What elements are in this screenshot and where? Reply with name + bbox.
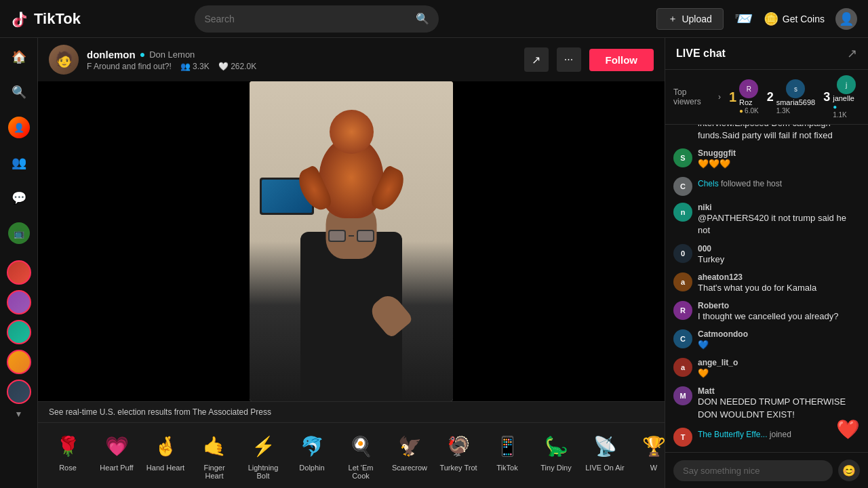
msg-content: Catmoondoo 💙	[698, 329, 860, 351]
top-viewers-label: Top viewers ›	[673, 87, 721, 106]
gift-item[interactable]: 🍳 Let 'Em Cook	[336, 428, 385, 483]
coins-button[interactable]: 🪙 Get Coins	[764, 12, 825, 26]
streamer-info: donlemon ● Don Lemon F Around and find o…	[87, 49, 516, 71]
share-button[interactable]: ↗	[524, 47, 549, 72]
msg-text: 🧡	[698, 367, 860, 380]
sidebar-explore[interactable]: 🔍	[8, 81, 30, 103]
streamer-display-name: Don Lemon	[149, 49, 195, 60]
gift-item[interactable]: 💗 Heart Puff	[92, 428, 141, 483]
search-bar[interactable]: 🔍	[195, 5, 439, 33]
gift-item[interactable]: 🤙 Finger Heart	[190, 428, 239, 483]
sidebar-live[interactable]: 📺	[8, 222, 30, 244]
msg-username: 000	[698, 244, 860, 253]
left-sidebar: 🏠 🔍 👤 👥 💬 📺 ▼	[0, 38, 38, 488]
search-input[interactable]	[204, 14, 410, 24]
sidebar-messages[interactable]: 💬	[8, 187, 30, 209]
gift-item[interactable]: 🦅 Scarecrow	[385, 428, 434, 483]
live-avatar-3[interactable]	[7, 320, 31, 344]
coin-icon: 🪙	[764, 12, 778, 26]
heart-reaction-button[interactable]: ❤️	[836, 418, 860, 441]
plus-icon: ＋	[668, 13, 677, 25]
live-avatar-5[interactable]	[7, 380, 31, 404]
viewer-avatar-3: j	[837, 75, 856, 94]
expand-icon[interactable]: ↗	[847, 46, 857, 61]
viewer-avatar-2: s	[786, 79, 805, 98]
live-avatar-2[interactable]	[7, 290, 31, 314]
user-avatar[interactable]: 👤	[835, 8, 857, 30]
viewer-info-1: Roz ●6.0K	[739, 98, 759, 115]
follow-button[interactable]: Follow	[589, 49, 654, 71]
chat-header: LIVE chat ↗	[665, 38, 868, 70]
msg-content: Matt DON NEEDED TRUMP OTHERWISE DON WOUL…	[698, 386, 860, 420]
upload-button[interactable]: ＋ Upload	[656, 8, 723, 30]
gift-label: Turkey Trot	[439, 464, 477, 472]
rank-number-3: 3	[823, 90, 830, 104]
gift-item[interactable]: 🏆 W	[629, 428, 665, 483]
gift-icon: 🍳	[346, 431, 376, 461]
follow-notification: The Butterfly Effe... joined	[698, 430, 791, 439]
gift-label: Lightning Bolt	[243, 464, 283, 480]
viewer-entry-3: j janelle ● 1.1K	[833, 75, 860, 119]
main-content: 🏠 🔍 👤 👥 💬 📺 ▼ 🧑	[0, 38, 868, 488]
gift-label: Hand Heart	[146, 464, 184, 472]
gift-label: W	[650, 464, 657, 472]
msg-avatar: R	[673, 301, 692, 320]
gift-item[interactable]: 🦃 Turkey Trot	[434, 428, 483, 483]
gift-item[interactable]: 🤞 Hand Heart	[141, 428, 190, 483]
msg-username: Catmoondoo	[698, 329, 860, 339]
msg-text: DON NEEDED TRUMP OTHERWISE DON WOULDNT E…	[698, 396, 860, 420]
gift-item[interactable]: 🦕 Tiny Diny	[532, 428, 580, 483]
nav-right: ＋ Upload 📨 🪙 Get Coins 👤	[656, 8, 857, 30]
live-avatar-1[interactable]	[7, 260, 31, 285]
viewer-rank-2: 2 s smaria5698 1.3K	[767, 79, 816, 115]
msg-content: Chels followed the host	[698, 177, 860, 196]
news-ticker: See real-time U.S. election results from…	[38, 401, 665, 422]
live-avatar-4[interactable]	[7, 350, 31, 374]
right-chat-panel: LIVE chat ↗ Top viewers › 1 R Roz ●6.0K	[665, 38, 868, 488]
chat-input[interactable]	[673, 460, 833, 481]
gift-items-list: 🌹 Rose 💗 Heart Puff 🤞 Hand Heart 🤙 Finge…	[38, 428, 665, 483]
tiktok-logo[interactable]: TikTok	[11, 9, 81, 28]
msg-content: Roberto I thought we cancelled you alrea…	[698, 301, 860, 323]
msg-username: Snugggfit	[698, 148, 860, 158]
chevron-right-icon[interactable]: ›	[718, 92, 721, 102]
msg-avatar: M	[673, 386, 692, 405]
emoji-button[interactable]: 😊	[838, 460, 860, 481]
chat-message: a ange_lit_o 🧡	[673, 358, 860, 380]
notifications-icon[interactable]: 📨	[734, 10, 753, 28]
gift-item[interactable]: 🐬 Dolphin	[288, 428, 336, 483]
gift-label: Finger Heart	[194, 464, 235, 480]
streamer-name-row: donlemon ● Don Lemon	[87, 49, 516, 60]
chat-message: S Snugggfit 🧡🧡🧡	[673, 148, 860, 170]
gift-icon: 🦃	[443, 431, 473, 461]
sidebar-home[interactable]: 🏠	[8, 46, 30, 68]
sidebar-friends[interactable]: 👥	[8, 152, 30, 174]
chat-message: C Catmoondoo 💙	[673, 329, 860, 351]
msg-username: Matt	[698, 386, 860, 396]
gift-item[interactable]: ⚡ Lightning Bolt	[239, 428, 288, 483]
rank-number-2: 2	[767, 90, 774, 104]
sidebar-notifications[interactable]: 👤	[8, 117, 30, 138]
logo-text: TikTok	[34, 10, 81, 28]
chevron-down-icon[interactable]: ▼	[15, 409, 23, 419]
msg-avatar: n	[673, 203, 692, 222]
gift-item[interactable]: 📡 LIVE On Air	[580, 428, 629, 483]
chat-message: n niki @PANTHERS420 it not trump said he…	[673, 203, 860, 237]
gift-tray: 🌹 Rose 💗 Heart Puff 🤞 Hand Heart 🤙 Finge…	[38, 422, 665, 488]
msg-avatar: S	[673, 148, 692, 167]
msg-username-follow: The Butterfly Effe...	[698, 430, 768, 439]
video-container	[38, 81, 665, 401]
center-content: 🧑 donlemon ● Don Lemon F Around and find…	[38, 38, 665, 488]
gift-icon: 📱	[492, 431, 522, 461]
gift-item[interactable]: 🌹 Rose	[43, 428, 92, 483]
follow-notification: Chels followed the host	[698, 179, 782, 188]
msg-username: Roberto	[698, 301, 860, 310]
gift-icon: 🏆	[639, 431, 665, 461]
msg-text: That's what you do for Kamala	[698, 282, 860, 294]
msg-content: ange_lit_o 🧡	[698, 358, 860, 380]
more-options-button[interactable]: ···	[557, 47, 581, 72]
gift-item[interactable]: 📱 TikTok	[483, 428, 532, 483]
top-navigation: TikTok 🔍 ＋ Upload 📨 🪙 Get Coins 👤	[0, 0, 868, 38]
video-frame	[250, 81, 453, 401]
msg-avatar: a	[673, 358, 692, 377]
